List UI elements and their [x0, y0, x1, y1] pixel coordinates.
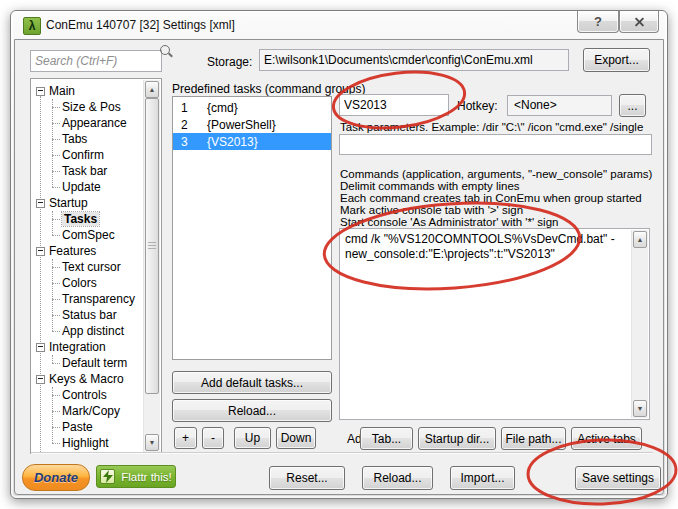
predefined-tasks-header: Predefined tasks (command groups) — [172, 82, 365, 96]
settings-tree: Main Size & Pos Appearance Tabs Confirm … — [30, 78, 162, 454]
tree-item-app-distinct[interactable]: App distinct — [31, 323, 144, 339]
move-down-button[interactable]: Down — [276, 427, 316, 449]
tree-item-colors[interactable]: Colors — [31, 275, 144, 291]
add-task-button[interactable]: + — [174, 427, 197, 449]
save-settings-button[interactable]: Save settings — [575, 466, 661, 490]
tree-item-paste[interactable]: Paste — [31, 419, 144, 435]
move-up-button[interactable]: Up — [234, 427, 271, 449]
screenshot-stage: λ ConEmu 140707 [32] Settings [xml] ? St… — [0, 0, 678, 509]
task-params-hint: Task parameters. Example: /dir "C:\" /ic… — [340, 121, 643, 133]
task-name-field[interactable] — [339, 94, 449, 116]
tree-item-confirm[interactable]: Confirm — [31, 147, 144, 163]
task-list: 1 {cmd} 2 {PowerShell} 3 {VS2013} — [172, 96, 332, 360]
help-button[interactable]: ? — [577, 11, 619, 33]
donate-button[interactable]: Donate — [22, 464, 90, 491]
tree-item-default-term[interactable]: Default term — [31, 355, 144, 371]
collapse-icon[interactable] — [36, 87, 45, 96]
scroll-down-icon[interactable]: ▼ — [145, 434, 159, 451]
storage-label: Storage: — [207, 55, 252, 69]
search-icon — [160, 45, 170, 55]
tree-item-task-bar[interactable]: Task bar — [31, 163, 144, 179]
add-active-tabs-button[interactable]: Active tabs — [571, 427, 642, 450]
tree-item-main[interactable]: Main — [31, 83, 144, 99]
tree-item-update[interactable]: Update — [31, 179, 144, 195]
reload-settings-button[interactable]: Reload... — [362, 466, 433, 490]
tree-item-highlight[interactable]: Highlight — [31, 435, 144, 451]
tree-item-size-pos[interactable]: Size & Pos — [31, 99, 144, 115]
collapse-icon[interactable] — [36, 247, 45, 256]
tree-item-comspec[interactable]: ComSpec — [31, 227, 144, 243]
conemu-logo-icon: λ — [23, 17, 41, 35]
tree-scrollbar[interactable]: ▲ ▼ — [143, 80, 160, 452]
tree-item-text-cursor[interactable]: Text cursor — [31, 259, 144, 275]
commands-hint-line3: Each command creates tab in ConEmu when … — [340, 192, 642, 204]
flattr-button[interactable]: Flattr this! — [96, 465, 176, 488]
hotkey-field[interactable]: <None> — [507, 95, 612, 116]
scroll-up-icon[interactable]: ▲ — [633, 231, 647, 248]
commands-editor[interactable]: cmd /k "%VS120COMNTOOLS%VsDevCmd.bat" -n… — [339, 228, 650, 420]
close-button[interactable] — [619, 11, 659, 33]
import-button[interactable]: Import... — [450, 466, 515, 490]
tree-item-features[interactable]: Features — [31, 243, 144, 259]
reset-button[interactable]: Reset... — [269, 466, 345, 490]
add-tab-button[interactable]: Tab... — [360, 427, 413, 450]
window-title: ConEmu 140707 [32] Settings [xml] — [46, 18, 235, 32]
commands-hint-line1: Commands (application, arguments, "-new_… — [340, 168, 652, 180]
export-button[interactable]: Export... — [583, 48, 650, 72]
add-default-tasks-button[interactable]: Add default tasks... — [172, 371, 332, 394]
search-input[interactable] — [30, 50, 162, 72]
remove-task-button[interactable]: - — [202, 427, 224, 449]
task-row-vs2013-selected[interactable]: 3 {VS2013} — [173, 133, 331, 150]
hotkey-browse-button[interactable]: ... — [619, 94, 646, 117]
task-params-field[interactable] — [339, 134, 652, 155]
client-area: Storage: Export... Main Size & Pos Appea… — [14, 39, 664, 495]
commands-hint-line5: Start console 'As Administrator' with '*… — [340, 216, 558, 228]
footer-separator — [31, 452, 653, 454]
tree-item-tasks-selected[interactable]: Tasks — [31, 211, 144, 227]
tree-item-startup[interactable]: Startup — [31, 195, 144, 211]
tree-item-integration[interactable]: Integration — [31, 339, 144, 355]
tree-item-controls[interactable]: Controls — [31, 387, 144, 403]
flattr-icon — [100, 469, 115, 484]
task-row-powershell[interactable]: 2 {PowerShell} — [173, 116, 331, 133]
collapse-icon[interactable] — [36, 375, 45, 384]
collapse-icon[interactable] — [36, 199, 45, 208]
hotkey-label: Hotkey: — [457, 99, 498, 113]
tree-item-transparency[interactable]: Transparency — [31, 291, 144, 307]
commands-text: cmd /k "%VS120COMNTOOLS%VsDevCmd.bat" -n… — [345, 232, 617, 262]
title-bar[interactable]: λ ConEmu 140707 [32] Settings [xml] — [11, 11, 667, 39]
scroll-up-icon[interactable]: ▲ — [145, 81, 159, 98]
tree-item-mark-copy[interactable]: Mark/Copy — [31, 403, 144, 419]
reload-tasks-button[interactable]: Reload... — [172, 399, 332, 422]
add-file-path-button[interactable]: File path... — [501, 427, 566, 450]
task-row-cmd[interactable]: 1 {cmd} — [173, 99, 331, 116]
settings-window: λ ConEmu 140707 [32] Settings [xml] ? St… — [10, 10, 668, 499]
storage-path-field[interactable] — [259, 49, 569, 71]
add-startup-dir-button[interactable]: Startup dir... — [418, 427, 496, 450]
help-icon: ? — [594, 14, 602, 29]
commands-scrollbar[interactable]: ▲ ▼ — [631, 230, 648, 418]
tree-item-keys-macro[interactable]: Keys & Macro — [31, 371, 144, 387]
tree-item-appearance[interactable]: Appearance — [31, 115, 144, 131]
close-icon — [634, 16, 645, 27]
collapse-icon[interactable] — [36, 343, 45, 352]
thumb-grip-icon — [148, 242, 156, 250]
commands-hint-line2: Delimit commands with empty lines — [340, 180, 520, 192]
tree-scrollbar-thumb[interactable] — [145, 98, 159, 394]
commands-hint-line4: Mark active console tab with '>' sign — [340, 204, 523, 216]
tree-item-status-bar[interactable]: Status bar — [31, 307, 144, 323]
tree-items: Main Size & Pos Appearance Tabs Confirm … — [31, 79, 144, 453]
tree-item-tabs[interactable]: Tabs — [31, 131, 144, 147]
scroll-down-icon[interactable]: ▼ — [633, 400, 647, 417]
